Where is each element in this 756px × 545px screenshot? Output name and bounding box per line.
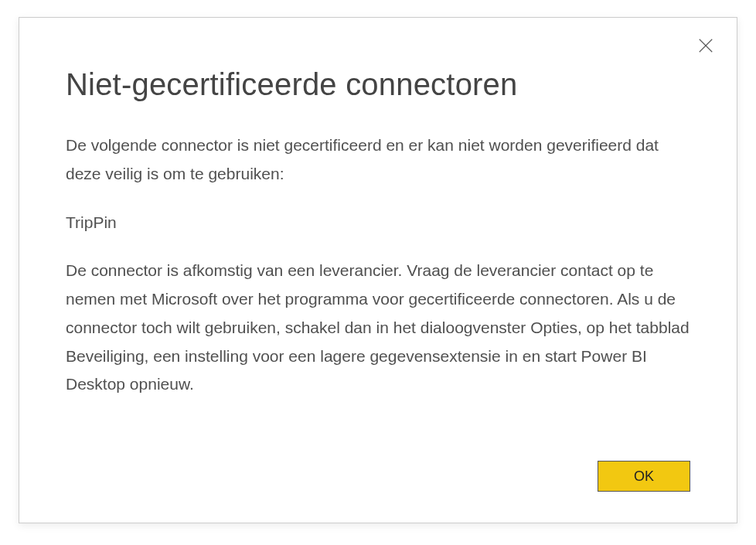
dialog-title: Niet-gecertificeerde connectoren (66, 67, 690, 102)
uncertified-connectors-dialog: Niet-gecertificeerde connectoren De volg… (19, 17, 737, 523)
dialog-intro-text: De volgende connector is niet gecertific… (66, 131, 690, 189)
dialog-details-text: De connector is afkomstig van een levera… (66, 257, 690, 399)
ok-button[interactable]: OK (598, 461, 690, 492)
dialog-body: De volgende connector is niet gecertific… (66, 131, 690, 399)
dialog-footer: OK (598, 461, 690, 492)
connector-name: TripPin (66, 209, 690, 237)
close-icon (697, 37, 714, 54)
close-button[interactable] (695, 35, 717, 56)
